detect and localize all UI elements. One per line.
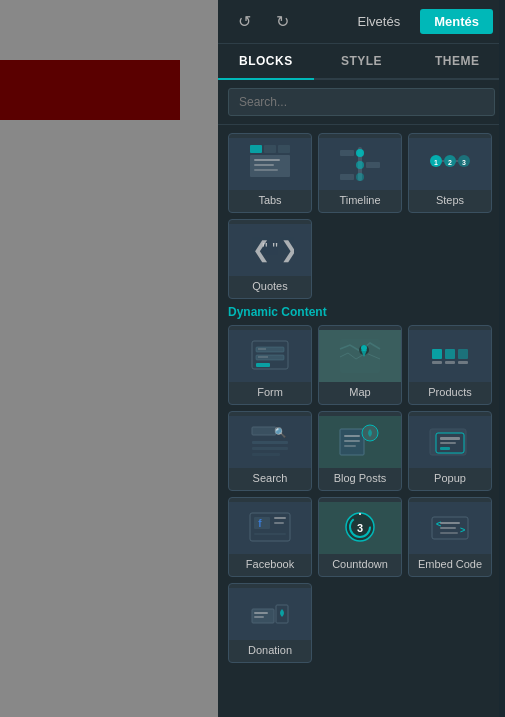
svg-rect-60	[254, 533, 286, 535]
svg-rect-36	[458, 349, 468, 359]
countdown-label: Countdown	[330, 558, 390, 570]
svg-rect-53	[440, 442, 456, 444]
block-steps[interactable]: 1 2 3 Steps	[408, 133, 492, 213]
svg-point-8	[356, 149, 364, 157]
quotes-icon: ❮ " " ❯	[229, 224, 311, 276]
block-form[interactable]: Form	[228, 325, 312, 405]
tab-blocks[interactable]: BLOCKS	[218, 44, 314, 80]
svg-text:1: 1	[434, 159, 438, 166]
svg-rect-38	[445, 361, 455, 364]
search-label: Search	[251, 472, 290, 484]
svg-rect-52	[440, 437, 460, 440]
svg-rect-49	[344, 445, 356, 447]
svg-rect-56	[254, 517, 270, 529]
facebook-label: Facebook	[244, 558, 296, 570]
block-popup[interactable]: Popup	[408, 411, 492, 491]
scrollbar-track	[499, 0, 505, 717]
blocks-row-2: Form Map	[228, 325, 495, 405]
map-label: Map	[347, 386, 372, 398]
block-donation[interactable]: Donation	[228, 583, 312, 663]
steps-label: Steps	[434, 194, 466, 206]
block-map[interactable]: Map	[318, 325, 402, 405]
block-tabs[interactable]: Tabs	[228, 133, 312, 213]
block-quotes[interactable]: ❮ " " ❯ Quotes	[228, 219, 312, 299]
facebook-icon: f	[229, 502, 311, 554]
countdown-icon: 3	[319, 502, 401, 554]
blogposts-icon	[319, 416, 401, 468]
svg-text:🔍: 🔍	[274, 426, 287, 439]
svg-rect-39	[458, 361, 468, 364]
tabs-row: BLOCKS STYLE THEME	[218, 44, 505, 80]
block-products[interactable]: Products	[408, 325, 492, 405]
blocks-row-1: Tabs Timeline	[228, 133, 495, 213]
products-label: Products	[426, 386, 473, 398]
svg-rect-47	[344, 435, 360, 437]
svg-rect-13	[340, 174, 354, 180]
map-icon	[319, 330, 401, 382]
products-icon	[409, 330, 491, 382]
tab-style[interactable]: STYLE	[314, 44, 410, 80]
undo-icon: ↺	[238, 12, 251, 31]
blocks-row-3: 🔍 Search	[228, 411, 495, 491]
svg-rect-12	[366, 162, 380, 168]
svg-point-10	[356, 173, 364, 181]
blogposts-label: Blog Posts	[332, 472, 389, 484]
embedcode-icon: < >	[409, 502, 491, 554]
left-panel	[0, 0, 218, 717]
form-icon	[229, 330, 311, 382]
svg-rect-35	[445, 349, 455, 359]
block-timeline[interactable]: Timeline	[318, 133, 402, 213]
svg-rect-73	[254, 616, 264, 618]
timeline-label: Timeline	[337, 194, 382, 206]
donation-icon	[229, 588, 311, 640]
svg-rect-6	[254, 169, 278, 171]
svg-point-9	[356, 161, 364, 169]
svg-rect-5	[254, 164, 274, 166]
timeline-icon	[319, 138, 401, 190]
svg-rect-11	[340, 150, 354, 156]
svg-rect-0	[250, 145, 262, 153]
block-blogposts[interactable]: Blog Posts	[318, 411, 402, 491]
svg-rect-43	[252, 447, 288, 450]
block-search[interactable]: 🔍 Search	[228, 411, 312, 491]
form-label: Form	[255, 386, 285, 398]
tabs-label: Tabs	[256, 194, 283, 206]
svg-text:"  ": " "	[262, 241, 278, 258]
donation-label: Donation	[246, 644, 294, 656]
svg-rect-58	[274, 517, 286, 519]
svg-rect-28	[256, 363, 270, 367]
svg-text:3: 3	[462, 159, 466, 166]
block-embedcode[interactable]: < > Embed Code	[408, 497, 492, 577]
elvetes-button[interactable]: Elvetés	[348, 10, 411, 33]
svg-rect-42	[252, 441, 288, 444]
svg-rect-40	[252, 427, 276, 435]
dark-bar	[0, 60, 180, 120]
embedcode-label: Embed Code	[416, 558, 484, 570]
svg-rect-67	[440, 522, 460, 524]
undo-button[interactable]: ↺	[230, 8, 258, 36]
blocks-row-quotes: ❮ " " ❯ Quotes	[228, 219, 495, 299]
block-facebook[interactable]: f Facebook	[228, 497, 312, 577]
blocks-row-5: Donation	[228, 583, 495, 663]
svg-text:3: 3	[357, 522, 363, 534]
svg-rect-37	[432, 361, 442, 364]
popup-label: Popup	[432, 472, 468, 484]
svg-text:2: 2	[448, 159, 452, 166]
svg-rect-4	[254, 159, 280, 161]
blocks-scroll: Tabs Timeline	[218, 125, 505, 717]
dynamic-content-section: Dynamic Content	[228, 305, 495, 319]
mentes-button[interactable]: Mentés	[420, 9, 493, 34]
block-countdown[interactable]: 3 Countdown	[318, 497, 402, 577]
svg-rect-48	[344, 440, 360, 442]
svg-rect-59	[274, 522, 284, 524]
svg-rect-1	[264, 145, 276, 153]
search-input[interactable]	[228, 88, 495, 116]
svg-rect-68	[440, 527, 456, 529]
search-bar	[218, 80, 505, 125]
blocks-row-4: f Facebook 3 Countdo	[228, 497, 495, 577]
redo-button[interactable]: ↻	[268, 8, 296, 36]
tabs-icon	[229, 138, 311, 190]
tab-theme[interactable]: THEME	[409, 44, 505, 80]
svg-rect-72	[254, 612, 268, 614]
steps-icon: 1 2 3	[409, 138, 491, 190]
